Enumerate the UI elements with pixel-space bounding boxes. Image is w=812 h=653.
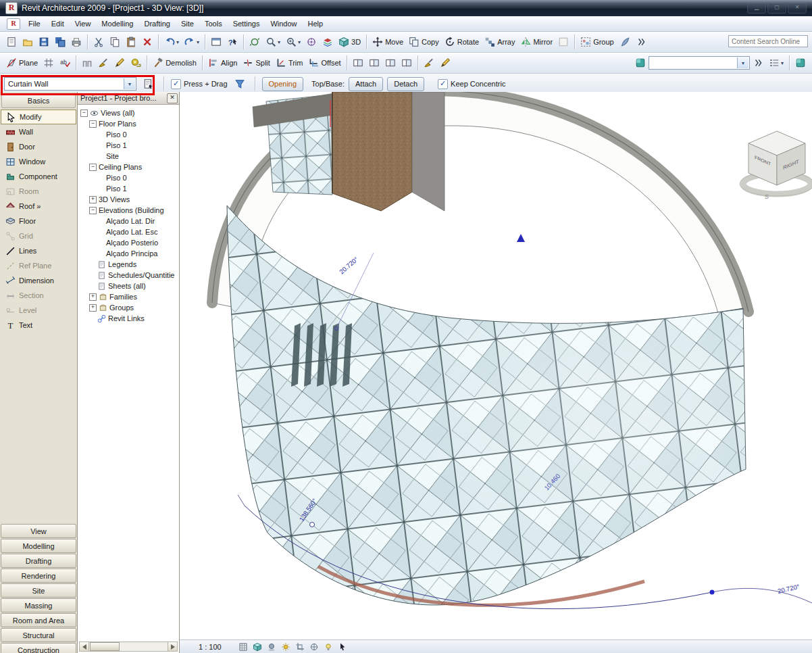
cut-button[interactable] [91, 34, 107, 50]
press-drag-checkbox-group[interactable]: ✓ Press + Drag [171, 79, 228, 89]
expander-plus-icon[interactable]: + [89, 304, 97, 312]
save-button[interactable] [36, 34, 52, 50]
designbar-item-lines[interactable]: Lines [0, 243, 77, 258]
redo-button[interactable]: ▾ [182, 34, 202, 50]
designbar-tab-modelling[interactable]: Modelling [1, 539, 76, 553]
tree-item-legends[interactable]: Legends [78, 259, 179, 270]
tree-item-sheets-all[interactable]: Sheets (all) [78, 281, 179, 291]
titlebar[interactable]: R Revit Architecture 2009 - [Project1 - … [0, 0, 812, 16]
zoom-region-dropdown-icon[interactable]: ▾ [298, 39, 301, 45]
copy-to-clipboard-3[interactable] [382, 55, 399, 71]
save-group-button[interactable] [52, 34, 68, 50]
copy-tool-button[interactable]: Copy [406, 34, 442, 50]
align-button[interactable]: Align [205, 55, 240, 71]
designbar-item-floor[interactable]: Floor [0, 214, 77, 228]
type-selector-combo[interactable]: Curtain Wall ▼ [4, 77, 136, 91]
toolbar1-overflow-button[interactable] [633, 34, 649, 50]
menu-settings[interactable]: Settings [228, 18, 265, 30]
mirror-button[interactable]: Mirror [517, 34, 555, 50]
toolbar2-overflow-button[interactable] [750, 55, 766, 71]
viewcube[interactable]: S FRONT RIGHT [740, 131, 812, 200]
menu-window[interactable]: Window [265, 18, 302, 30]
worksets-list-button[interactable]: ▾ [766, 55, 786, 71]
designbar-tab-view[interactable]: View [1, 524, 76, 538]
copy-to-clipboard-4[interactable] [399, 55, 415, 71]
tree-item-groups[interactable]: +Groups [78, 302, 179, 313]
reveal-hidden-icon[interactable] [324, 642, 333, 652]
window-tile-button[interactable] [208, 34, 224, 50]
expander-minus-icon[interactable]: − [89, 207, 97, 214]
measure-button[interactable] [128, 55, 144, 71]
tree-item-revit-links[interactable]: Revit Links [78, 313, 179, 324]
keep-concentric-checkbox-group[interactable]: ✓ Keep Concentric [438, 79, 505, 89]
designbar-item-dimension[interactable]: Dimension [0, 273, 77, 288]
work-plane-button[interactable]: Plane [3, 55, 41, 71]
undo-button[interactable]: ▾ [161, 34, 182, 50]
tree-item-elevations-building[interactable]: −Elevations (Building [78, 205, 179, 216]
expander-minus-icon[interactable]: − [89, 120, 97, 128]
open-button[interactable] [20, 34, 36, 50]
designbar-item-modify[interactable]: Modify [1, 110, 76, 124]
sketch-button[interactable] [555, 34, 572, 50]
group-button[interactable]: Group [578, 34, 617, 50]
redo-dropdown-icon[interactable]: ▾ [197, 39, 199, 45]
menu-file[interactable]: File [23, 18, 46, 30]
press-drag-checkbox[interactable]: ✓ [171, 79, 181, 89]
content-search-input[interactable] [728, 35, 808, 47]
color-fill-button[interactable] [792, 55, 809, 71]
designbar-tab-structural[interactable]: Structural [1, 628, 76, 642]
offset-button[interactable]: Offset [305, 55, 343, 71]
gray-wall-return[interactable] [412, 92, 445, 211]
array-button[interactable]: Array [482, 34, 517, 50]
menu-tools[interactable]: Tools [199, 18, 228, 30]
designbar-item-text[interactable]: TText [0, 318, 77, 333]
tree-item-al-ado-posterio[interactable]: Alçado Posterio [78, 237, 179, 248]
designbar-item-wall[interactable]: Wall [0, 124, 77, 139]
expander-plus-icon[interactable]: + [89, 196, 97, 203]
maximize-button[interactable]: ▢ [767, 3, 786, 14]
detail-level-icon[interactable] [253, 642, 262, 652]
designbar-tab-site[interactable]: Site [1, 583, 76, 598]
undo-dropdown-icon[interactable]: ▾ [176, 39, 179, 45]
designbar-tab-construction[interactable]: Construction [1, 643, 76, 653]
designbar-tab-drafting[interactable]: Drafting [1, 554, 76, 568]
linework-button[interactable] [437, 55, 453, 71]
join-button[interactable] [79, 55, 95, 71]
tree-item-families[interactable]: +Families [78, 291, 179, 302]
design-options-icon-button[interactable] [632, 55, 649, 71]
print-button[interactable] [68, 34, 84, 50]
tree-item-piso-0[interactable]: Piso 0 [78, 129, 179, 140]
brown-textured-wall[interactable] [330, 92, 412, 211]
crop-visibility-icon[interactable] [309, 642, 319, 652]
shadows-icon[interactable] [267, 642, 276, 652]
close-button[interactable]: ✕ [788, 3, 807, 14]
close-panel-icon[interactable]: ✕ [167, 93, 178, 103]
menu-help[interactable]: Help [303, 18, 329, 30]
context-help-button[interactable]: ? [224, 34, 240, 50]
edit-button[interactable] [111, 55, 128, 71]
scroll-right-button[interactable] [168, 642, 177, 651]
list-dropdown-icon[interactable]: ▾ [781, 60, 784, 66]
expander-plus-icon[interactable]: + [89, 293, 97, 301]
tree-item-piso-1[interactable]: Piso 1 [78, 183, 179, 194]
tree-item-al-ado-lat-esc[interactable]: Alçado Lat. Esc [78, 226, 179, 237]
copy-to-clipboard-2[interactable] [366, 55, 382, 71]
zoom-button[interactable]: ▾ [263, 34, 283, 50]
tree-item-schedules-quantitie[interactable]: Schedules/Quantitie [78, 270, 179, 281]
paint-button[interactable] [95, 55, 111, 71]
scale-value[interactable]: 1 : 100 [199, 643, 234, 651]
designbar-item-roof[interactable]: Roof » [0, 199, 77, 214]
designbar-tab-rendering[interactable]: Rendering [1, 569, 76, 583]
crop-region-icon[interactable] [295, 642, 305, 652]
tree-item-piso-0[interactable]: Piso 0 [78, 172, 179, 183]
design-options-combo[interactable]: ▼ [649, 56, 750, 70]
new-button[interactable] [3, 34, 20, 50]
designbar-tab-room-and-area[interactable]: Room and Area [1, 613, 76, 627]
tree-item-ceiling-plans[interactable]: −Ceiling Plans [78, 162, 179, 172]
attach-button[interactable]: Attach [349, 77, 383, 91]
visual-style-button[interactable] [320, 34, 336, 50]
combo-dropdown-icon[interactable]: ▼ [737, 57, 748, 68]
select-cursor-icon[interactable] [338, 642, 347, 652]
delete-button[interactable] [139, 34, 155, 50]
design-bar-header[interactable]: Basics [1, 93, 76, 108]
